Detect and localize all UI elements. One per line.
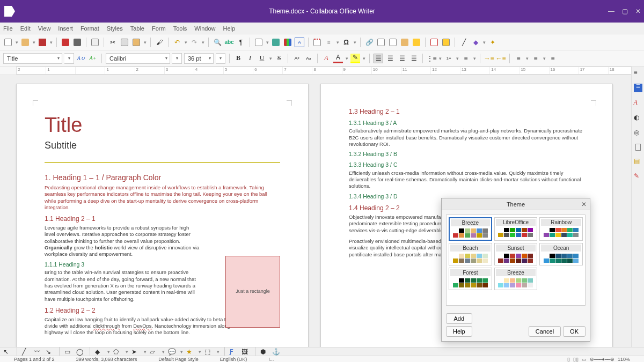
comment-icon[interactable] [412, 38, 421, 47]
font-name-combo[interactable]: Calibri▾ [106, 53, 170, 64]
zoom-slider[interactable]: ⊖━━━●━━⊕ [590, 357, 614, 362]
copy-icon[interactable] [120, 38, 129, 47]
theme-item-ocean[interactable]: Ocean [539, 243, 583, 265]
superscript-icon[interactable]: A² [292, 54, 302, 63]
basic-shapes-icon[interactable]: ◆ [471, 38, 480, 47]
menu-form[interactable]: Form [152, 25, 166, 32]
show-changes-icon[interactable] [441, 38, 451, 47]
cross-ref-icon[interactable] [400, 38, 409, 47]
status-language[interactable]: English (UK) [209, 357, 258, 362]
hyperlink-icon[interactable]: 🔗 [364, 38, 374, 47]
callout-icon[interactable]: 💬 [168, 348, 177, 356]
ok-button[interactable]: OK [563, 326, 586, 337]
insert-image-icon[interactable] [271, 38, 281, 47]
update-style-icon[interactable]: A↻ [76, 54, 86, 63]
para-spacing-icon[interactable]: ≡ [531, 54, 540, 63]
sidebar-navigator-icon[interactable]: ◎ [634, 129, 642, 137]
sidebar-styles-icon[interactable]: A [634, 99, 642, 107]
underline-icon[interactable]: U [257, 54, 267, 63]
font-size-dropdown[interactable]: ▾ [216, 53, 225, 64]
strikethrough-icon[interactable]: S [274, 54, 284, 63]
open-icon[interactable] [20, 38, 30, 47]
add-button[interactable]: Add [446, 313, 472, 324]
theme-item-rainbow[interactable]: Rainbow [539, 217, 583, 241]
new-style-icon[interactable]: A+ [88, 54, 98, 63]
theme-item-libreoffice[interactable]: LibreOffice [494, 217, 538, 241]
anchor-icon[interactable]: ⚓ [272, 348, 281, 356]
sidebar-inspector-icon[interactable]: ▤ [634, 157, 642, 166]
menu-format[interactable]: Format [80, 25, 99, 32]
zoom-value[interactable]: 110% [618, 357, 630, 362]
fontwork-icon[interactable]: Ƒ [230, 348, 238, 356]
paragraph[interactable]: Collaboratively administrate empowered m… [349, 128, 584, 147]
paragraph[interactable]: Podcasting operational change management… [45, 184, 280, 211]
menu-styles[interactable]: Styles [107, 25, 123, 32]
menu-window[interactable]: Window [194, 25, 215, 32]
print-preview-icon[interactable] [90, 38, 100, 47]
highlight-icon[interactable]: ✎ [350, 54, 360, 63]
horizontal-ruler[interactable]: 21123456789101112131415161718 [0, 67, 644, 75]
clear-formatting-icon[interactable]: A [321, 54, 331, 63]
page-break-icon[interactable] [312, 38, 322, 47]
heading-1[interactable]: 1. Heading 1 – 1 / Paragraph Color [45, 173, 280, 182]
insert-textbox-icon[interactable]: A [295, 38, 304, 47]
heading-3[interactable]: 1.3.1 Heading 3 / A [349, 120, 584, 127]
ordered-list-icon[interactable]: 1≡ [444, 54, 453, 63]
outline-icon[interactable]: ≡ [461, 54, 471, 63]
line-icon[interactable]: ╱ [459, 38, 469, 47]
theme-item-breeze[interactable]: Breeze [494, 268, 538, 290]
flowchart-icon[interactable]: ▱ [150, 348, 158, 356]
paragraph[interactable]: Bring to the table win-win survival stra… [45, 269, 200, 302]
menu-help[interactable]: Help [223, 25, 235, 32]
paragraph-style-combo[interactable]: Title▾ [3, 53, 62, 64]
para-spacing2-icon[interactable]: ≡ [548, 54, 558, 63]
help-button[interactable]: Help [446, 326, 472, 337]
undo-icon[interactable]: ↶ [172, 38, 182, 47]
theme-item-beach[interactable]: Beach [449, 243, 492, 265]
menu-tools[interactable]: Tools [173, 25, 187, 32]
font-color-icon[interactable]: A [333, 54, 343, 63]
increase-indent-icon[interactable]: →≡ [484, 54, 494, 63]
sidebar-page-icon[interactable] [635, 144, 641, 151]
rect-tool-icon[interactable]: ▭ [64, 348, 73, 356]
view-single-icon[interactable]: ▯ [567, 357, 570, 362]
save-icon[interactable] [38, 38, 47, 47]
align-center-icon[interactable]: ☰ [385, 54, 395, 63]
maximize-button[interactable]: ▢ [622, 8, 628, 15]
sidebar-changes-icon[interactable]: ✎ [634, 172, 642, 181]
doc-title[interactable]: Title [45, 112, 280, 138]
symbol-shapes-icon[interactable]: ⬠ [113, 348, 122, 356]
paragraph-style-dropdown[interactable]: ▾ [64, 53, 74, 64]
close-button[interactable]: ✕ [635, 8, 641, 15]
view-multi-icon[interactable]: ▯▯ [573, 357, 579, 362]
heading-3[interactable]: 1.3.2 Heading 3 / B [349, 151, 584, 158]
insert-field-icon[interactable]: ≡ [324, 38, 334, 47]
star-shapes-icon[interactable]: ★ [186, 348, 195, 356]
insert-image2-icon[interactable]: 🖼 [241, 348, 250, 356]
3d-shapes-icon[interactable]: ⬚ [204, 348, 213, 356]
heading-3[interactable]: 1.3.3 Heading 3 / C [349, 161, 584, 169]
extrusion-icon[interactable]: ⬢ [260, 348, 269, 356]
clone-formatting-icon[interactable]: 🖌 [155, 38, 164, 47]
menu-insert[interactable]: Insert [58, 25, 73, 32]
sidebar-properties-icon[interactable]: ☰ [634, 84, 642, 92]
minimize-button[interactable]: — [608, 8, 614, 15]
insert-chart-icon[interactable] [283, 38, 292, 47]
doc-subtitle[interactable]: Subtitle [45, 139, 280, 152]
special-char-icon[interactable]: Ω [341, 38, 351, 47]
theme-item-forest[interactable]: Forest [449, 268, 492, 290]
cut-icon[interactable]: ✂ [108, 38, 118, 47]
paste-icon[interactable] [131, 38, 141, 47]
sidebar-gallery-icon[interactable]: ◐ [634, 114, 642, 122]
sidebar-menu-icon[interactable]: ≡ [634, 69, 642, 77]
spellcheck-icon[interactable]: abc [224, 38, 234, 47]
font-size-combo[interactable]: 36 pt▾ [184, 53, 214, 64]
line-tool-icon[interactable]: ╱ [22, 348, 31, 356]
align-right-icon[interactable]: ☰ [397, 54, 407, 63]
find-replace-icon[interactable]: 🔍 [213, 38, 222, 47]
shapes-icon[interactable]: ◆ [95, 348, 104, 356]
status-insert[interactable]: I... [258, 357, 284, 362]
paragraph[interactable]: Efficiently unleash cross-media informat… [349, 170, 584, 190]
bold-icon[interactable]: B [233, 54, 243, 63]
heading-2[interactable]: 1.1 Heading 2 – 1 [45, 215, 280, 224]
